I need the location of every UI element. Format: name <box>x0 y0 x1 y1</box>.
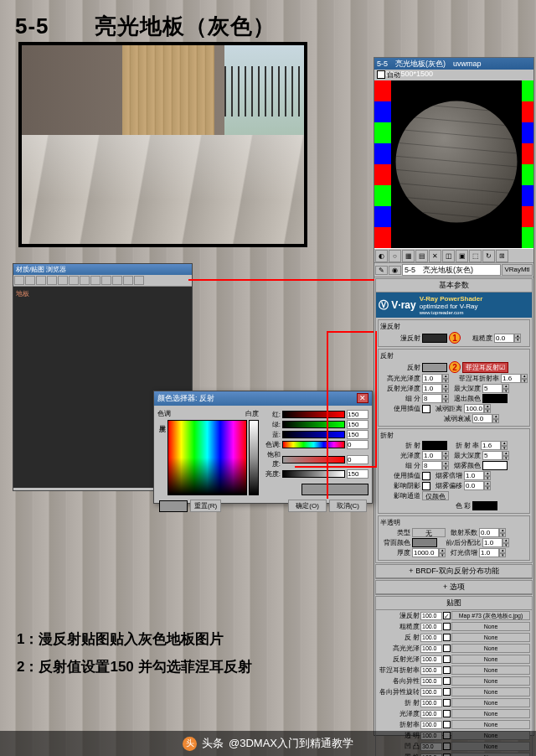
ior-input[interactable] <box>481 441 501 450</box>
fior-input[interactable] <box>501 374 521 383</box>
fresnel-checkbox-highlight[interactable]: 菲涅耳反射☑ <box>462 362 508 373</box>
fb-input[interactable] <box>482 538 502 547</box>
map-slot-button[interactable]: None <box>451 655 530 664</box>
r-input[interactable] <box>347 410 368 419</box>
col-swatch[interactable] <box>472 501 497 510</box>
browser-titlebar[interactable]: 材质/贴图 浏览器 <box>13 264 192 275</box>
tool-btn[interactable]: ✕ <box>429 250 441 262</box>
map-checkbox[interactable] <box>443 688 451 696</box>
go-parent-btn[interactable]: ◉ <box>389 266 401 275</box>
map-amount-input[interactable] <box>420 655 442 664</box>
map-checkbox[interactable] <box>443 655 451 663</box>
gl-input[interactable] <box>422 451 442 460</box>
map-amount-input[interactable] <box>420 699 442 707</box>
map-checkbox[interactable] <box>443 623 451 630</box>
btool-icon[interactable] <box>58 276 68 285</box>
map-slot-button[interactable]: None <box>451 698 530 707</box>
map-slot-button[interactable]: None <box>451 676 530 686</box>
hilite-input[interactable] <box>422 374 442 383</box>
diffuse-swatch[interactable] <box>422 334 447 343</box>
btool-icon[interactable] <box>134 276 144 285</box>
maxd-input[interactable] <box>482 384 502 393</box>
color-picker-titlebar[interactable]: 颜色选择器: 反射 ✕ <box>154 391 372 406</box>
g-input[interactable] <box>347 420 368 429</box>
btool-icon[interactable] <box>112 276 122 285</box>
rollout-maps[interactable]: 贴图 <box>376 597 532 610</box>
map-amount-input[interactable] <box>420 710 442 718</box>
material-type-button[interactable]: VRayMtl <box>502 264 533 276</box>
h-input[interactable] <box>347 440 368 449</box>
map-checkbox[interactable]: ✓ <box>443 612 451 619</box>
reflect-swatch[interactable] <box>422 363 447 372</box>
rollout-options[interactable]: + 选项 <box>376 581 532 594</box>
material-editor-titlebar[interactable]: 5-5 亮光地板(灰色) uvwmap 1500*1500*1500 <box>374 58 533 70</box>
tool-btn[interactable]: ◐ <box>375 250 388 262</box>
map-amount-input[interactable] <box>420 666 442 675</box>
map-amount-input[interactable] <box>420 645 442 653</box>
map-checkbox[interactable] <box>443 710 451 717</box>
map-slot-button[interactable]: None <box>451 687 530 696</box>
tool-btn[interactable]: ↻ <box>482 250 495 262</box>
tool-btn[interactable]: ▣ <box>456 250 468 262</box>
close-button[interactable]: ✕ <box>357 393 368 403</box>
fogb-input[interactable] <box>464 481 484 490</box>
map-slot-button[interactable]: None <box>451 633 530 642</box>
btool-icon[interactable] <box>90 276 100 285</box>
btool-icon[interactable] <box>123 276 133 285</box>
refr-swatch[interactable] <box>422 441 447 450</box>
map-checkbox[interactable] <box>443 677 451 685</box>
th-input[interactable] <box>412 548 439 557</box>
reset-button[interactable]: 重置(R) <box>190 500 221 512</box>
map-amount-input[interactable] <box>420 688 442 696</box>
sd2-input[interactable] <box>422 461 442 470</box>
md2-input[interactable] <box>482 451 502 460</box>
cancel-button[interactable]: 取消(C) <box>329 500 367 512</box>
as-checkbox[interactable] <box>422 482 430 490</box>
s-slider[interactable] <box>282 456 345 463</box>
map-checkbox[interactable] <box>443 666 451 674</box>
color-gradient[interactable] <box>168 420 247 495</box>
rollout-basic-params[interactable]: 基本参数 <box>376 279 532 293</box>
map-slot-button[interactable]: None <box>451 644 530 653</box>
v-input[interactable] <box>347 469 368 479</box>
btool-icon[interactable] <box>14 276 24 285</box>
lm-input[interactable] <box>479 548 499 557</box>
material-name-input[interactable] <box>402 264 501 276</box>
btool-icon[interactable] <box>80 276 90 285</box>
map-slot-button[interactable]: None <box>451 622 530 631</box>
tool-btn[interactable]: ⊞ <box>496 250 508 262</box>
interp-checkbox[interactable] <box>422 405 430 413</box>
tool-btn[interactable]: ▤ <box>415 250 428 262</box>
map-slot-button[interactable]: None <box>451 720 530 729</box>
map-slot-button[interactable]: Map #73 (灰色地板c.jpg) <box>451 611 530 620</box>
subd-input[interactable] <box>422 394 442 403</box>
material-sphere[interactable] <box>396 101 518 223</box>
map-amount-input[interactable] <box>420 721 442 729</box>
map-checkbox[interactable] <box>443 634 451 641</box>
tt-dropdown[interactable]: 无 <box>412 528 446 537</box>
btool-icon[interactable] <box>47 276 57 285</box>
b-slider[interactable] <box>282 431 345 438</box>
rollout-brdf[interactable]: + BRDF-双向反射分布功能 <box>376 565 532 578</box>
fogm-input[interactable] <box>464 471 484 480</box>
map-slot-button[interactable]: None <box>451 709 530 718</box>
s-input[interactable] <box>347 455 368 464</box>
r-slider[interactable] <box>282 411 345 418</box>
map-checkbox[interactable] <box>443 699 451 707</box>
map-slot-button[interactable]: None <box>451 665 530 675</box>
btool-icon[interactable] <box>36 276 46 285</box>
tool-btn[interactable]: ▦ <box>402 250 415 262</box>
ac-dropdown[interactable]: 仅颜色 <box>422 491 449 500</box>
map-amount-input[interactable] <box>420 677 442 686</box>
rgloss-input[interactable] <box>422 384 442 393</box>
h-slider[interactable] <box>282 441 345 448</box>
map-checkbox[interactable] <box>443 645 451 652</box>
fogc-swatch[interactable] <box>482 461 508 470</box>
bc-swatch[interactable] <box>412 538 437 547</box>
dimd-input[interactable] <box>464 404 484 413</box>
btool-icon[interactable] <box>69 276 79 285</box>
btool-icon[interactable] <box>101 276 111 285</box>
tool-btn[interactable]: ⬚ <box>469 250 482 262</box>
map-amount-input[interactable] <box>420 612 442 620</box>
tool-btn[interactable]: ◫ <box>442 250 455 262</box>
